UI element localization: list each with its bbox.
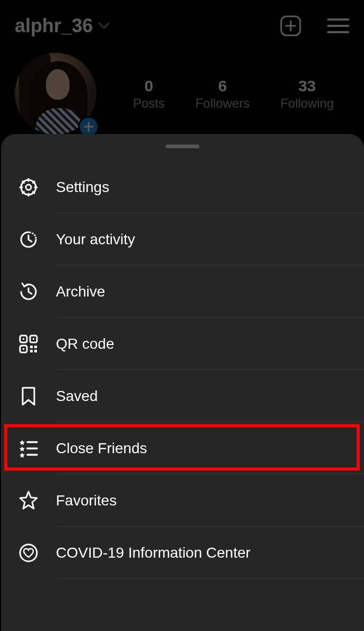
svg-rect-15 <box>30 350 33 352</box>
stat-label: Following <box>280 96 333 111</box>
qrcode-icon <box>18 333 39 355</box>
avatar-container[interactable] <box>15 53 97 135</box>
profile-summary: 0 Posts 6 Followers 33 Following <box>0 37 364 135</box>
drag-handle[interactable] <box>166 145 199 148</box>
svg-point-2 <box>26 185 31 190</box>
menu-item-qrcode[interactable]: QR code <box>1 318 364 370</box>
svg-point-6 <box>35 236 37 238</box>
menu-item-settings[interactable]: Settings <box>1 161 364 213</box>
profile-header: alphr_36 <box>0 0 364 37</box>
svg-rect-12 <box>23 348 24 350</box>
menu-item-covid[interactable]: COVID-19 Information Center <box>1 527 364 579</box>
stat-posts[interactable]: 0 Posts <box>133 77 165 111</box>
menu-label: Archive <box>56 283 105 300</box>
stat-label: Followers <box>195 96 250 111</box>
menu-label: QR code <box>56 336 114 352</box>
username-switcher[interactable]: alphr_36 <box>15 15 110 37</box>
menu-label: Favorites <box>56 492 117 509</box>
activity-icon <box>18 229 39 250</box>
svg-point-3 <box>29 231 31 233</box>
gear-icon <box>18 177 39 198</box>
svg-point-4 <box>32 232 34 234</box>
star-icon <box>18 490 39 511</box>
menu-label: Saved <box>56 388 98 405</box>
svg-rect-10 <box>23 338 24 340</box>
username: alphr_36 <box>15 15 93 37</box>
stats-row: 0 Posts 6 Followers 33 Following <box>118 77 349 111</box>
svg-rect-11 <box>33 338 34 340</box>
svg-rect-14 <box>34 346 37 348</box>
stat-count: 0 <box>133 77 165 95</box>
svg-point-5 <box>34 234 36 236</box>
menu-item-favorites[interactable]: Favorites <box>1 474 364 527</box>
menu-item-archive[interactable]: Archive <box>1 265 364 318</box>
close-friends-icon <box>18 438 39 459</box>
stat-count: 6 <box>195 77 250 95</box>
create-button[interactable] <box>280 15 302 37</box>
menu-item-close-friends[interactable]: Close Friends <box>1 422 364 474</box>
stat-following[interactable]: 33 Following <box>280 77 333 111</box>
menu-item-saved[interactable]: Saved <box>1 370 364 422</box>
archive-icon <box>18 281 39 302</box>
menu-label: Settings <box>56 179 109 196</box>
chevron-down-icon <box>98 22 110 30</box>
svg-point-17 <box>20 544 37 561</box>
menu-label: Your activity <box>56 231 135 248</box>
stat-count: 33 <box>280 77 333 95</box>
bookmark-icon <box>18 386 39 407</box>
stat-followers[interactable]: 6 Followers <box>195 77 250 111</box>
menu-item-activity[interactable]: Your activity <box>1 213 364 265</box>
divider <box>56 578 364 579</box>
svg-rect-16 <box>34 350 37 352</box>
menu-label: COVID-19 Information Center <box>56 544 251 561</box>
menu-label: Close Friends <box>56 440 147 457</box>
svg-rect-13 <box>30 346 33 348</box>
header-actions <box>280 15 349 37</box>
menu-button[interactable] <box>327 17 349 34</box>
stat-label: Posts <box>133 96 165 111</box>
bottom-sheet: Settings Your activity Archive <box>1 134 364 631</box>
heart-circle-icon <box>18 542 39 563</box>
